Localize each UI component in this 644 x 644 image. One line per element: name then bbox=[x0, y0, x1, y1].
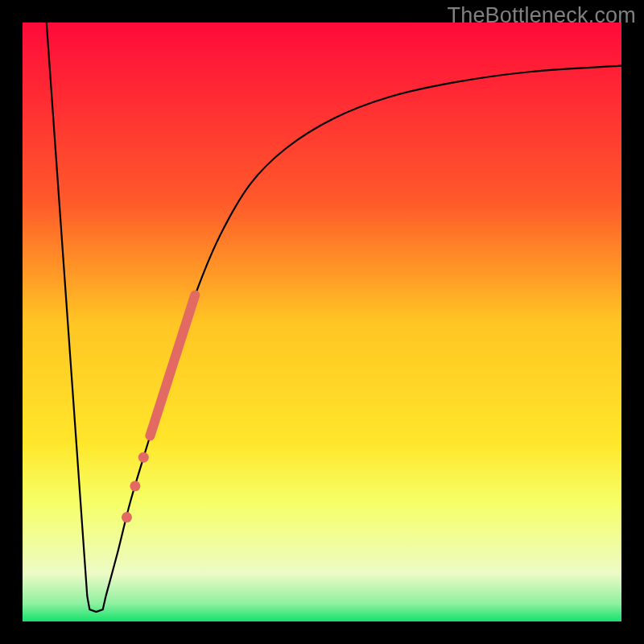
watermark-text: TheBottleneck.com bbox=[447, 3, 636, 28]
dot-low-1 bbox=[122, 512, 132, 522]
bottleneck-chart: TheBottleneck.com bbox=[0, 0, 644, 644]
gradient-background bbox=[23, 23, 621, 621]
dot-low-3 bbox=[138, 452, 149, 463]
dot-low-2 bbox=[130, 481, 140, 491]
chart-canvas bbox=[0, 0, 644, 644]
